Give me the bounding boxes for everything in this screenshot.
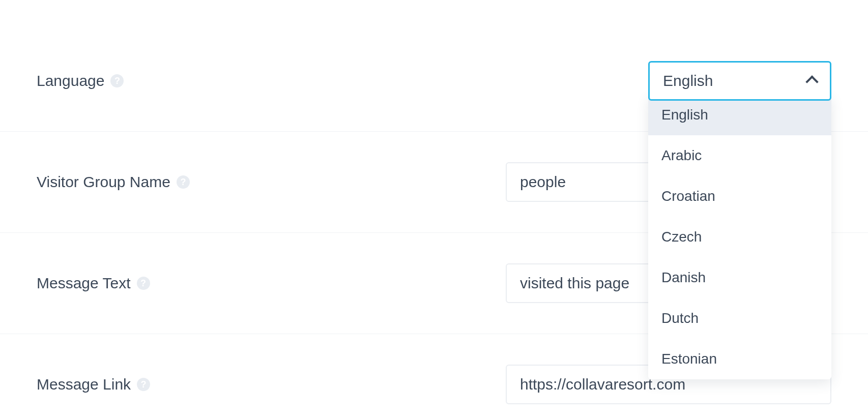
language-option-arabic[interactable]: Arabic [648,135,831,176]
label-message-link: Message Link [37,376,150,393]
help-icon[interactable] [177,175,190,189]
language-option-estonian[interactable]: Estonian [648,339,831,379]
help-icon[interactable] [110,74,124,87]
label-message-link-text: Message Link [37,376,131,393]
row-language: Language English English Arabic Croatian… [0,0,868,132]
language-option-english[interactable]: English [648,95,831,135]
help-icon[interactable] [137,378,150,391]
label-language-text: Language [37,72,104,89]
language-select[interactable]: English [648,61,831,101]
language-option-czech[interactable]: Czech [648,217,831,257]
language-select-value: English [663,72,713,89]
label-message-text-text: Message Text [37,275,131,292]
label-visitor-group-name: Visitor Group Name [37,173,190,191]
label-language: Language [37,72,124,89]
chevron-up-icon [807,73,817,88]
label-visitor-group-name-text: Visitor Group Name [37,173,170,191]
settings-panel: Language English English Arabic Croatian… [0,0,868,418]
language-control-wrap: English [506,61,831,101]
language-dropdown[interactable]: English Arabic Croatian Czech Danish Dut… [648,95,831,379]
language-option-croatian[interactable]: Croatian [648,176,831,217]
label-message-text: Message Text [37,275,150,292]
language-option-dutch[interactable]: Dutch [648,298,831,339]
help-icon[interactable] [137,277,150,290]
language-option-danish[interactable]: Danish [648,257,831,298]
